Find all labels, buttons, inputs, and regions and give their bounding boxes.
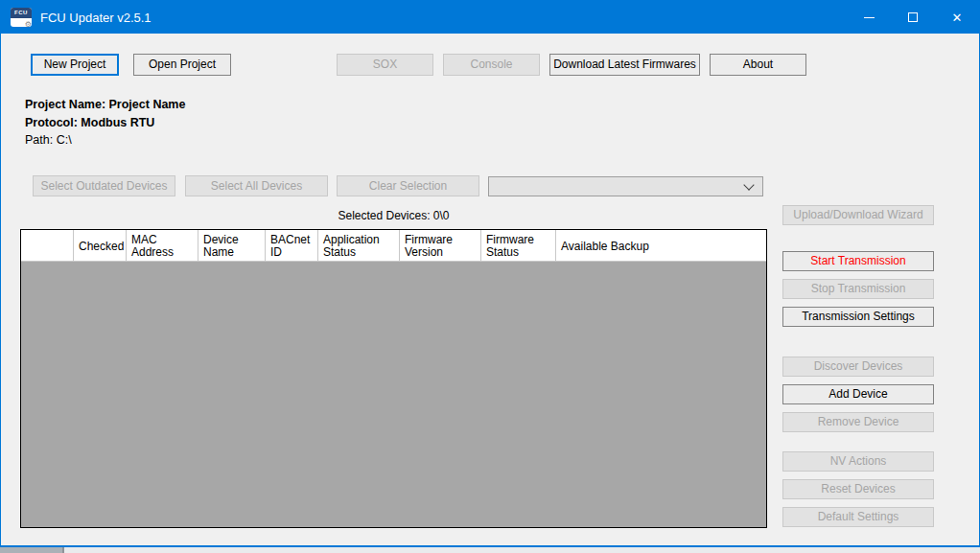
nv-actions-button: NV Actions: [782, 451, 934, 472]
selected-devices-count: Selected Devices: 0\0: [20, 209, 767, 222]
column-header-checked[interactable]: Checked: [74, 230, 127, 261]
transmission-settings-button[interactable]: Transmission Settings: [782, 307, 934, 327]
app-window: FCU ⚙ FCU Updater v2.5.1 ✕ New Project O…: [0, 0, 980, 547]
clear-selection-button: Clear Selection: [337, 175, 479, 196]
window-title: FCU Updater v2.5.1: [40, 11, 152, 25]
upload-download-wizard-button: Upload/Download Wizard: [782, 205, 934, 225]
project-name-label: Project Name: Project Name: [25, 98, 185, 111]
console-button: Console: [443, 54, 540, 76]
device-table-body: [21, 262, 766, 527]
column-header-rowselector[interactable]: [21, 230, 74, 261]
minimize-icon: [864, 17, 875, 18]
close-button[interactable]: ✕: [935, 1, 979, 34]
reset-devices-button: Reset Devices: [782, 479, 934, 499]
select-all-devices-button: Select All Devices: [185, 175, 328, 196]
discover-devices-button: Discover Devices: [782, 357, 934, 377]
background-window-divider: [62, 547, 64, 553]
device-table[interactable]: Checked MAC Address Device Name BACnet I…: [20, 229, 767, 528]
column-header-available-backup[interactable]: Available Backup: [556, 230, 766, 261]
new-project-button[interactable]: New Project: [31, 54, 119, 76]
background-window-tab: [0, 547, 62, 553]
add-device-button[interactable]: Add Device: [782, 384, 934, 404]
default-settings-button: Default Settings: [782, 507, 934, 527]
column-header-mac-address[interactable]: MAC Address: [127, 230, 198, 261]
maximize-icon: [908, 12, 918, 22]
title-bar: FCU ⚙ FCU Updater v2.5.1 ✕: [1, 1, 979, 34]
device-table-header: Checked MAC Address Device Name BACnet I…: [21, 230, 766, 262]
column-header-bacnet-id[interactable]: BACnet ID: [266, 230, 318, 261]
window-controls: ✕: [847, 1, 979, 34]
column-header-application-status[interactable]: Application Status: [318, 230, 400, 261]
stop-transmission-button: Stop Transmission: [782, 279, 934, 299]
protocol-label: Protocol: Modbus RTU: [25, 116, 154, 129]
minimize-button[interactable]: [847, 1, 891, 34]
select-outdated-devices-button: Select Outdated Devices: [33, 175, 175, 196]
column-header-firmware-version[interactable]: Firmware Version: [400, 230, 481, 261]
gear-icon: ⚙: [25, 21, 32, 27]
app-icon: FCU ⚙: [11, 8, 32, 27]
column-header-device-name[interactable]: Device Name: [198, 230, 266, 261]
remove-device-button: Remove Device: [782, 412, 934, 432]
close-icon: ✕: [952, 12, 963, 24]
device-type-dropdown[interactable]: [488, 176, 763, 196]
open-project-button[interactable]: Open Project: [133, 54, 231, 76]
app-icon-label: FCU: [11, 8, 32, 18]
sox-button: SOX: [337, 54, 433, 76]
download-latest-firmwares-button[interactable]: Download Latest Firmwares: [549, 54, 700, 76]
column-header-firmware-status[interactable]: Firmware Status: [481, 230, 556, 261]
about-button[interactable]: About: [710, 54, 806, 76]
chevron-down-icon: [743, 179, 754, 190]
start-transmission-button[interactable]: Start Transmission: [782, 251, 934, 271]
path-label: Path: C:\: [25, 133, 72, 147]
maximize-button[interactable]: [891, 1, 935, 34]
background-window-edge: [0, 547, 980, 553]
